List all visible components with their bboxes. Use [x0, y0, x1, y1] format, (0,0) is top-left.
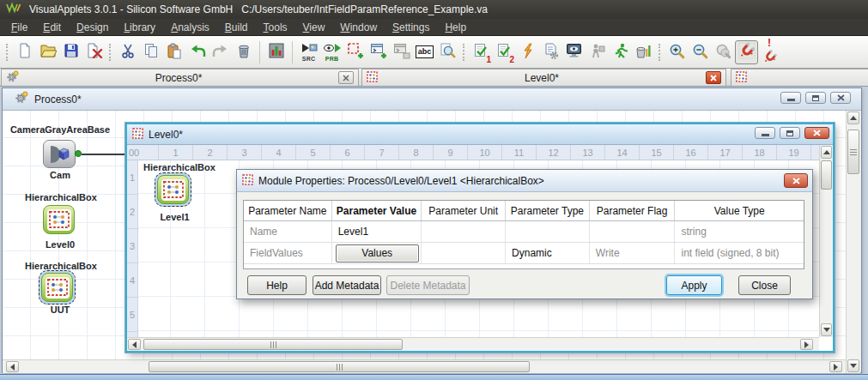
menu-analysis[interactable]: Analysis [163, 20, 217, 35]
apply-button[interactable]: Apply [666, 275, 722, 295]
values-button[interactable]: Values [336, 244, 419, 262]
param-value-cell[interactable]: Level1 [332, 221, 422, 242]
scrollbar-thumb[interactable] [149, 361, 530, 372]
new-document-button[interactable] [13, 40, 36, 64]
tab-partial[interactable] [731, 69, 868, 86]
scroll-down-button[interactable] [847, 359, 859, 372]
scrollbar-thumb[interactable] [847, 130, 859, 174]
level0-vertical-scrollbar[interactable] [819, 145, 833, 337]
toolbar-grip[interactable] [6, 44, 8, 61]
process0-window-titlebar[interactable]: Process0* [3, 88, 861, 111]
scroll-up-button[interactable] [821, 146, 832, 159]
add-process-button[interactable] [367, 40, 390, 64]
column-header[interactable]: Parameter Flag [590, 201, 676, 220]
cam-output-port[interactable] [75, 150, 82, 157]
module-uut[interactable] [39, 270, 76, 305]
close-button[interactable]: Close [738, 275, 791, 295]
dialog-titlebar[interactable]: Module Properties: Process0/Level0/Level… [237, 170, 812, 192]
cut-button[interactable] [116, 40, 139, 64]
scrollbar-thumb[interactable] [821, 160, 832, 190]
column-header[interactable]: Parameter Name [244, 201, 332, 220]
build-settings-button[interactable] [539, 40, 562, 64]
remove-process-button[interactable] [390, 40, 413, 64]
restore-button[interactable] [805, 92, 826, 104]
search-button[interactable] [436, 40, 459, 64]
scroll-right-button[interactable] [800, 339, 813, 350]
analysis-button[interactable] [264, 40, 288, 64]
design-rules-check-2-button[interactable]: 2 [493, 40, 516, 64]
scroll-left-button[interactable] [128, 339, 141, 350]
scroll-left-button[interactable] [6, 361, 19, 372]
minimize-button[interactable] [780, 92, 801, 104]
delete-button[interactable] [232, 40, 255, 64]
zoom-reset-button[interactable] [712, 40, 735, 64]
copy-button[interactable] [139, 40, 162, 64]
scroll-right-button[interactable] [829, 361, 842, 372]
add-metadata-button[interactable]: Add Metadata [313, 275, 381, 295]
scroll-down-button[interactable] [821, 323, 832, 336]
level0-window-titlebar[interactable]: Level0* [127, 124, 833, 145]
simulation-source-button[interactable]: SRC [297, 40, 320, 64]
open-button[interactable] [36, 40, 59, 64]
monitor-button[interactable] [562, 40, 586, 64]
design-rules-check-1-button[interactable]: 1 [470, 40, 493, 64]
parameter-table-header: Parameter Name Parameter Value Parameter… [244, 201, 804, 221]
add-hierarchical-box-button[interactable] [343, 40, 367, 64]
module-name-label: Level1 [138, 212, 211, 222]
build-button[interactable] [516, 40, 539, 64]
tab-level0[interactable]: Level0* [361, 69, 726, 86]
undo-button[interactable] [185, 40, 209, 64]
menu-view[interactable]: View [295, 20, 333, 35]
restore-button[interactable] [780, 127, 800, 139]
module-cam[interactable] [43, 140, 76, 168]
resource-statistics-button[interactable] [632, 40, 655, 64]
close-button[interactable] [830, 92, 851, 104]
column-header[interactable]: Parameter Unit [422, 201, 506, 220]
menu-help[interactable]: Help [437, 20, 474, 35]
simulation-stop-button[interactable] [586, 40, 609, 64]
scrollbar-thumb[interactable] [143, 339, 403, 350]
ruler-tick: 11 [502, 145, 537, 160]
snap-to-grid-button[interactable] [735, 40, 758, 64]
rename-button[interactable]: abc [413, 40, 436, 64]
save-button[interactable] [59, 40, 82, 64]
menu-design[interactable]: Design [69, 20, 116, 35]
tab-process0[interactable]: Process0* [1, 69, 359, 86]
zoom-out-button[interactable] [689, 40, 712, 64]
scroll-up-button[interactable] [847, 112, 859, 124]
menu-library[interactable]: Library [116, 20, 163, 35]
simulation-probe-button[interactable]: PRB [320, 40, 343, 64]
zoom-in-button[interactable] [665, 40, 689, 64]
menu-edit[interactable]: Edit [35, 20, 69, 35]
column-header[interactable]: Parameter Value [332, 201, 422, 220]
redo-button[interactable] [209, 40, 232, 64]
column-header[interactable]: Parameter Type [506, 201, 590, 220]
minimize-button[interactable] [755, 127, 775, 139]
paste-button[interactable] [162, 40, 185, 64]
close-document-button[interactable] [82, 40, 106, 64]
column-header[interactable]: Value Type [675, 201, 804, 220]
menu-tools[interactable]: Tools [256, 20, 295, 35]
help-button[interactable]: Help [247, 275, 307, 295]
toolbar-grip[interactable] [109, 44, 111, 61]
module-level0[interactable] [43, 205, 75, 234]
menu-window[interactable]: Window [332, 20, 385, 35]
tab-process0-close-button[interactable] [338, 71, 354, 84]
process0-vertical-scrollbar[interactable] [846, 111, 860, 373]
menu-settings[interactable]: Settings [385, 20, 437, 35]
simulation-run-button[interactable] [609, 40, 632, 64]
ruler-tick: 8 [399, 145, 434, 160]
menu-build[interactable]: Build [217, 20, 256, 35]
dialog-close-button[interactable] [784, 173, 808, 188]
close-button[interactable] [804, 127, 829, 139]
tab-level0-close-button[interactable] [706, 71, 721, 84]
toolbar-grip[interactable] [463, 44, 464, 61]
process0-horizontal-scrollbar[interactable] [3, 359, 846, 373]
module-level1[interactable] [155, 172, 191, 207]
toolbar-grip[interactable] [659, 44, 660, 61]
ruler-tick: 1 [159, 145, 193, 160]
snap-warning-button[interactable]: ! [758, 40, 781, 64]
level0-horizontal-scrollbar[interactable] [127, 337, 819, 351]
menu-file[interactable]: File [3, 20, 35, 35]
ruler-tick: 6 [331, 145, 365, 160]
